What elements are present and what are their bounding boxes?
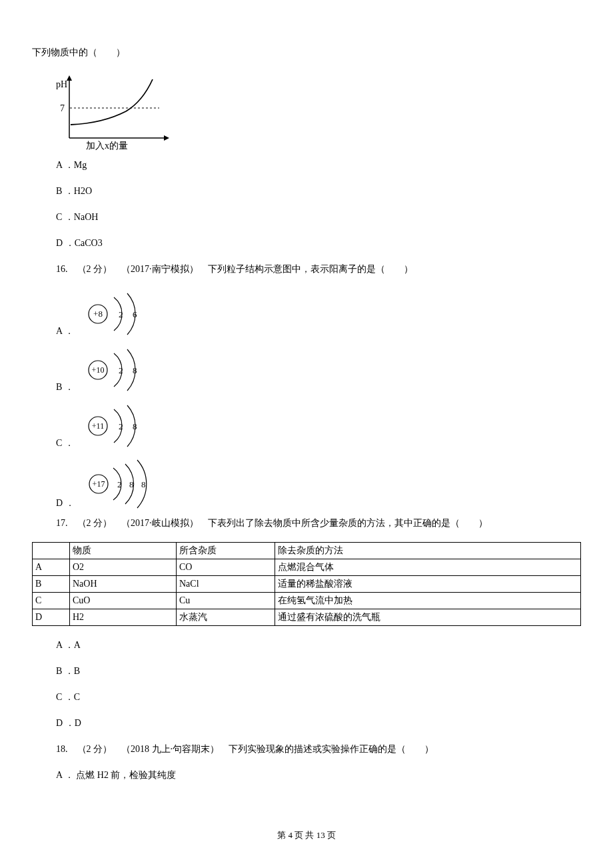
svg-text:+8: +8 [93, 309, 103, 319]
atom-diagram-d: +17 2 8 8 [80, 456, 167, 512]
q17-option-a[interactable]: A ．A [32, 638, 581, 652]
q15-graph: pH 7 加入x的量 [56, 71, 176, 151]
q17-option-c[interactable]: C ．C [32, 690, 581, 704]
graph-hline-label: 7 [60, 103, 65, 113]
table-header-row: 物质 所含杂质 除去杂质的方法 [33, 543, 581, 559]
q15-option-c[interactable]: C ．NaOH [32, 210, 581, 224]
svg-text:2: 2 [119, 421, 123, 431]
table-row: C CuO Cu 在纯氢气流中加热 [33, 593, 581, 609]
q18-stem: 18. （2 分） （2018 九上·句容期末） 下列实验现象的描述或实验操作正… [32, 742, 581, 756]
atom-diagram-b: +10 2 8 [79, 344, 153, 396]
table-row: B NaOH NaCl 适量的稀盐酸溶液 [33, 576, 581, 593]
page-footer: 第 4 页 共 13 页 [0, 829, 613, 841]
q16-option-a[interactable]: A ． +8 2 6 [32, 288, 581, 340]
svg-marker-1 [67, 75, 72, 81]
svg-text:2: 2 [119, 365, 123, 375]
q16-option-c[interactable]: C ． +11 2 8 [32, 400, 581, 452]
q16-option-b[interactable]: B ． +10 2 8 [32, 344, 581, 396]
atom-diagram-c: +11 2 8 [79, 400, 153, 452]
q17-option-d[interactable]: D ．D [32, 716, 581, 730]
svg-text:+10: +10 [91, 365, 104, 375]
q16-stem: 16. （2 分） （2017·南宁模拟） 下列粒子结构示意图中，表示阳离子的是… [32, 262, 581, 276]
svg-marker-3 [164, 135, 169, 141]
svg-text:8: 8 [133, 421, 137, 431]
svg-text:2: 2 [117, 479, 122, 489]
q15-lead-in: 下列物质中的（ ） [32, 45, 581, 59]
q15-option-d[interactable]: D ．CaCO3 [32, 236, 581, 250]
svg-text:+11: +11 [92, 421, 104, 431]
table-row: A O2 CO 点燃混合气体 [33, 559, 581, 576]
q17-table: 物质 所含杂质 除去杂质的方法 A O2 CO 点燃混合气体 B NaOH Na… [32, 542, 581, 626]
q16-option-d[interactable]: D ． +17 2 8 8 [32, 456, 581, 512]
svg-text:6: 6 [133, 309, 137, 319]
q15-option-a[interactable]: A ．Mg [32, 158, 581, 172]
graph-xlabel: 加入x的量 [86, 141, 128, 151]
q18-option-a[interactable]: A ． 点燃 H2 前，检验其纯度 [32, 768, 581, 782]
atom-diagram-a: +8 2 6 [79, 288, 153, 340]
q17-option-b[interactable]: B ．B [32, 664, 581, 678]
svg-text:8: 8 [141, 479, 146, 489]
svg-text:+17: +17 [92, 479, 105, 489]
svg-text:8: 8 [129, 479, 134, 489]
q15-option-b[interactable]: B ．H2O [32, 184, 581, 198]
graph-ylabel: pH [56, 79, 67, 89]
svg-text:8: 8 [133, 365, 137, 375]
svg-text:2: 2 [119, 309, 123, 319]
q17-stem: 17. （2 分） （2017·岐山模拟） 下表列出了除去物质中所含少量杂质的方… [32, 516, 581, 530]
table-row: D H2 水蒸汽 通过盛有浓硫酸的洗气瓶 [33, 609, 581, 626]
